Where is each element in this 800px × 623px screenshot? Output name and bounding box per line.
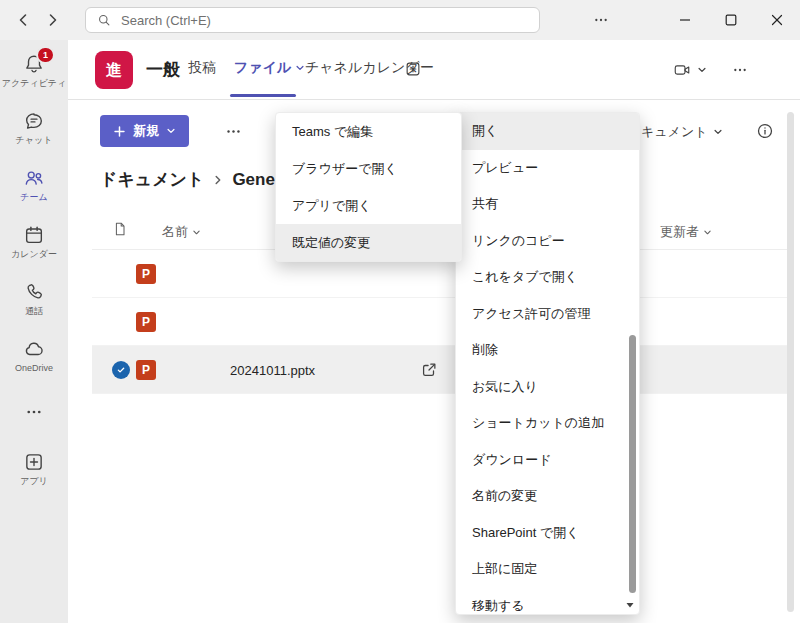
tab-label: ファイル (234, 59, 291, 77)
context-menu-item[interactable]: SharePoint で開く (456, 515, 639, 552)
context-menu-item[interactable]: 移動する (456, 588, 639, 616)
meet-button[interactable] (672, 61, 707, 79)
chevron-down-icon (166, 126, 176, 136)
titlebar-more-button[interactable] (589, 12, 613, 28)
submenu-item[interactable]: ブラウザーで開く (276, 150, 461, 187)
close-button[interactable] (754, 0, 800, 40)
context-menu-item[interactable]: プレビュー (456, 150, 639, 187)
info-button[interactable] (756, 122, 774, 140)
file-row-selected[interactable]: P 20241011.pptx (92, 346, 790, 394)
maximize-button[interactable] (708, 0, 754, 40)
sidebar-item-chat[interactable]: チャット (0, 109, 68, 146)
titlebar (0, 0, 800, 40)
teams-app-window: 1 アクティビティ チャット チーム カレンダー 通話 (0, 0, 800, 623)
search-icon (97, 13, 111, 27)
submenu-item[interactable]: Teams で編集 (276, 113, 461, 150)
file-name[interactable]: 20241011.pptx (230, 346, 315, 394)
column-label: 更新者 (660, 223, 699, 241)
context-menu-item[interactable]: お気に入り (456, 369, 639, 406)
sidebar-item-label: アプリ (0, 476, 68, 487)
apps-icon (22, 450, 46, 474)
sidebar-item-calendar[interactable]: カレンダー (0, 223, 68, 260)
chevron-right-icon (212, 174, 224, 186)
sidebar-more-button[interactable] (0, 400, 68, 424)
submenu-item[interactable]: アプリで開く (276, 187, 461, 224)
toolbar-more-button[interactable] (220, 122, 246, 140)
sidebar-item-label: チャット (0, 135, 68, 146)
context-menu-item[interactable]: 削除 (456, 332, 639, 369)
context-menu-item[interactable]: 名前の変更 (456, 478, 639, 515)
chevron-down-icon (295, 63, 305, 73)
menu-scrollbar-thumb[interactable] (629, 335, 636, 593)
context-menu-item[interactable]: これをタブで開く (456, 259, 639, 296)
column-label: 名前 (162, 223, 188, 241)
forward-button[interactable] (40, 8, 66, 32)
open-with-submenu: Teams で編集 ブラウザーで開く アプリで開く 既定値の変更 (275, 112, 462, 262)
video-camera-icon (672, 61, 692, 79)
chevron-down-icon (703, 228, 712, 237)
file-context-menu: 開く プレビュー 共有 リンクのコピー これをタブで開く アクセス許可の管理 削… (455, 112, 640, 615)
scroll-down-icon[interactable] (625, 600, 635, 610)
tab-label: 投稿 (188, 59, 216, 77)
context-menu-item-highlighted[interactable]: 開く (456, 113, 639, 150)
minimize-icon (677, 12, 693, 28)
search-box[interactable] (85, 7, 540, 33)
minimize-button[interactable] (662, 0, 708, 40)
more-dots-icon (593, 12, 609, 28)
sidebar-item-label: OneDrive (0, 363, 68, 374)
file-type-column-icon (112, 221, 128, 237)
sidebar-item-calls[interactable]: 通話 (0, 280, 68, 317)
more-dots-icon (22, 400, 46, 424)
context-menu-item[interactable]: アクセス許可の管理 (456, 296, 639, 333)
column-header-modified-by[interactable]: 更新者 (660, 223, 712, 241)
search-input[interactable] (119, 12, 528, 29)
new-button[interactable]: 新規 (100, 115, 189, 147)
sidebar-item-activity[interactable]: 1 アクティビティ (0, 52, 68, 89)
boxed-plus-icon (404, 60, 422, 78)
chevron-right-icon (45, 12, 61, 28)
back-button[interactable] (10, 8, 36, 32)
sidebar-item-label: アクティビティ (0, 78, 68, 89)
chevron-down-icon (713, 127, 723, 137)
context-menu-item[interactable]: 上部に固定 (456, 551, 639, 588)
tab-posts[interactable]: 投稿 (188, 40, 216, 96)
calendar-icon (22, 223, 46, 247)
documents-view-dropdown[interactable]: キュメント (641, 123, 723, 141)
sidebar-item-label: カレンダー (0, 249, 68, 260)
sidebar-item-teams[interactable]: チーム (0, 166, 68, 203)
breadcrumb-root[interactable]: ドキュメント (100, 168, 204, 191)
powerpoint-file-icon: P (136, 312, 156, 332)
breadcrumb: ドキュメント Gene (100, 168, 275, 191)
chevron-down-icon (697, 65, 707, 75)
add-tab-button[interactable] (404, 60, 422, 78)
activity-badge: 1 (36, 46, 55, 64)
tab-files[interactable]: ファイル (234, 40, 305, 96)
channel-more-button[interactable] (728, 61, 752, 79)
people-icon (22, 166, 46, 190)
page-scrollbar[interactable] (787, 112, 794, 612)
plus-icon (113, 125, 126, 138)
sidebar-item-apps[interactable]: アプリ (0, 450, 68, 487)
file-row[interactable]: P (92, 298, 790, 346)
column-header-name[interactable]: 名前 (162, 223, 201, 241)
info-icon (756, 122, 774, 140)
chevron-left-icon (15, 12, 31, 28)
channel-title: 一般 (146, 40, 180, 98)
bell-icon: 1 (22, 52, 46, 76)
context-menu-item[interactable]: ショートカットの追加 (456, 405, 639, 442)
context-menu-item[interactable]: 共有 (456, 186, 639, 223)
share-icon[interactable] (420, 361, 438, 379)
more-dots-icon (225, 123, 242, 140)
sidebar-item-onedrive[interactable]: OneDrive (0, 337, 68, 374)
context-menu-item[interactable]: リンクのコピー (456, 223, 639, 260)
submenu-item-highlighted[interactable]: 既定値の変更 (276, 224, 461, 261)
cloud-icon (22, 337, 46, 361)
chat-bubble-icon (22, 109, 46, 133)
context-menu-item[interactable]: ダウンロード (456, 442, 639, 479)
active-tab-underline (230, 94, 296, 97)
chevron-down-icon (192, 228, 201, 237)
documents-view-label: キュメント (641, 123, 708, 141)
maximize-icon (723, 12, 739, 28)
close-icon (769, 12, 785, 28)
selected-check-icon[interactable] (112, 361, 130, 379)
